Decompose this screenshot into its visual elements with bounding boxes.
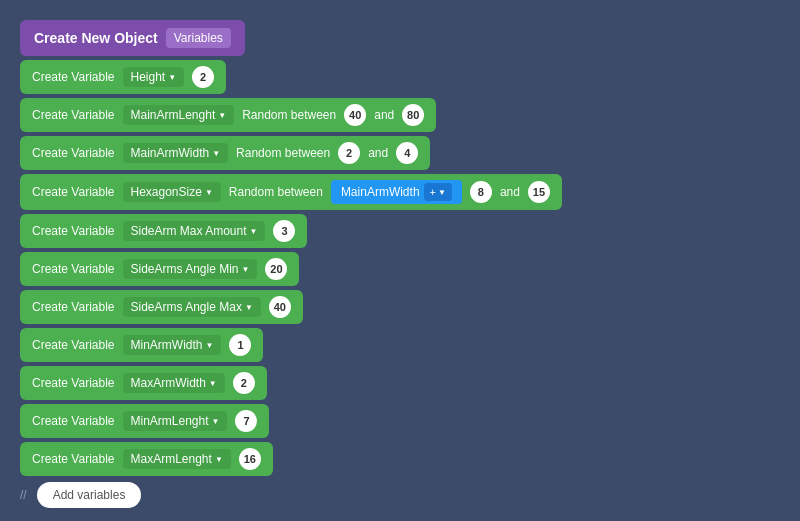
val1-badge-mal: 40 <box>344 104 366 126</box>
row-hexagon-size: Create Variable HexagonSize Random betwe… <box>20 174 562 210</box>
and-label-maw: and <box>368 146 388 160</box>
header-block: Create New Object Variables <box>20 20 245 56</box>
and-label-hs: and <box>500 185 520 199</box>
val2-badge-hs: 15 <box>528 181 550 203</box>
var-name-btn-height[interactable]: Height <box>123 67 185 87</box>
value-badge-minaw: 1 <box>229 334 251 356</box>
var-name-btn-mal[interactable]: MainArmLenght <box>123 105 235 125</box>
value-badge-maxal: 16 <box>239 448 261 470</box>
create-variable-label-mal: Create Variable <box>32 108 115 122</box>
var-name-btn-hs[interactable]: HexagonSize <box>123 182 221 202</box>
variables-dropdown-btn[interactable]: Variables <box>166 28 231 48</box>
value-badge-height: 2 <box>192 66 214 88</box>
and-label-mal: and <box>374 108 394 122</box>
create-variable-label-minaw: Create Variable <box>32 338 115 352</box>
var-name-btn-maxal[interactable]: MaxArmLenght <box>123 449 231 469</box>
create-variable-label-samin: Create Variable <box>32 262 115 276</box>
row-min-arm-length: Create Variable MinArmLenght 7 <box>20 404 269 438</box>
row-max-arm-width: Create Variable MaxArmWidth 2 <box>20 366 267 400</box>
row-max-arm-length: Create Variable MaxArmLenght 16 <box>20 442 273 476</box>
val1-badge-hs: 8 <box>470 181 492 203</box>
add-variables-button[interactable]: Add variables <box>37 482 142 508</box>
ref-name-label: MainArmWidth <box>341 185 420 199</box>
value-badge-minal: 7 <box>235 410 257 432</box>
var-name-btn-sama[interactable]: SideArm Max Amount <box>123 221 266 241</box>
create-variable-label-height: Create Variable <box>32 70 115 84</box>
val1-badge-maw: 2 <box>338 142 360 164</box>
create-variable-label-samax: Create Variable <box>32 300 115 314</box>
create-variable-label-hs: Create Variable <box>32 185 115 199</box>
row-height: Create Variable Height 2 <box>20 60 226 94</box>
row-side-arm-max: Create Variable SideArm Max Amount 3 <box>20 214 307 248</box>
create-variable-label-sama: Create Variable <box>32 224 115 238</box>
random-label-hs: Random between <box>229 185 323 199</box>
var-name-btn-minaw[interactable]: MinArmWidth <box>123 335 222 355</box>
random-label-mal: Random between <box>242 108 336 122</box>
create-new-object-title: Create New Object <box>34 30 158 46</box>
value-badge-maxaw: 2 <box>233 372 255 394</box>
comment-label: // <box>20 488 27 502</box>
value-badge-samin: 20 <box>265 258 287 280</box>
create-variable-label-minal: Create Variable <box>32 414 115 428</box>
row-side-arms-angle-min: Create Variable SideArms Angle Min 20 <box>20 252 299 286</box>
random-label-maw: Random between <box>236 146 330 160</box>
var-name-btn-samax[interactable]: SideArms Angle Max <box>123 297 261 317</box>
operator-btn-hs[interactable]: + <box>424 183 452 201</box>
add-variables-row: // Add variables <box>20 482 562 508</box>
row-min-arm-width: Create Variable MinArmWidth 1 <box>20 328 263 362</box>
val2-badge-mal: 80 <box>402 104 424 126</box>
blocks-container: Create New Object Variables Create Varia… <box>20 20 562 508</box>
create-variable-label-maxaw: Create Variable <box>32 376 115 390</box>
row-main-arm-width: Create Variable MainArmWidth Random betw… <box>20 136 430 170</box>
value-badge-samax: 40 <box>269 296 291 318</box>
var-name-btn-minal[interactable]: MinArmLenght <box>123 411 228 431</box>
create-variable-label-maxal: Create Variable <box>32 452 115 466</box>
var-name-btn-maxaw[interactable]: MaxArmWidth <box>123 373 225 393</box>
var-name-btn-samin[interactable]: SideArms Angle Min <box>123 259 258 279</box>
val2-badge-maw: 4 <box>396 142 418 164</box>
var-name-btn-maw[interactable]: MainArmWidth <box>123 143 229 163</box>
row-main-arm-length: Create Variable MainArmLenght Random bet… <box>20 98 436 132</box>
value-badge-sama: 3 <box>273 220 295 242</box>
row-side-arms-angle-max: Create Variable SideArms Angle Max 40 <box>20 290 303 324</box>
var-ref-main-arm-width[interactable]: MainArmWidth + <box>331 180 462 204</box>
create-variable-label-maw: Create Variable <box>32 146 115 160</box>
